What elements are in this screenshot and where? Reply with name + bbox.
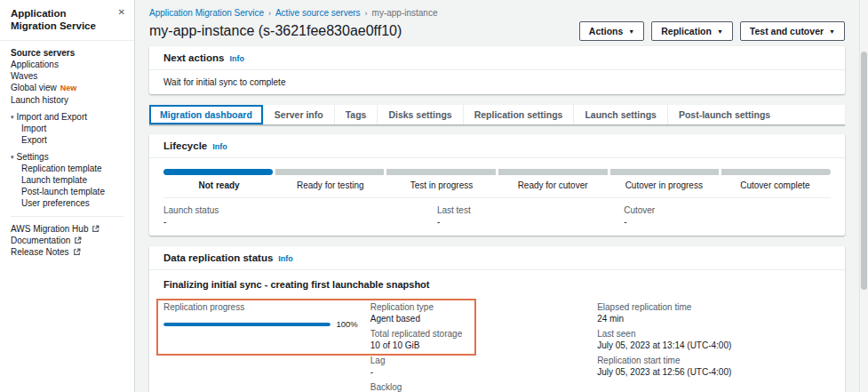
sidebar-item-import[interactable]: Import	[0, 123, 134, 134]
lifecycle-fields: Launch status - Last test - Cutover -	[163, 197, 831, 227]
replication-progress-bar: 100%	[163, 319, 370, 329]
external-link-icon	[73, 248, 81, 256]
external-link-icon	[74, 236, 82, 244]
tab-replication-settings[interactable]: Replication settings	[464, 105, 575, 124]
card-title: Next actions	[163, 52, 224, 63]
data-replication-card: Data replication status Info Finalizing …	[149, 246, 845, 392]
sidebar-item-post-launch-template[interactable]: Post-launch template	[0, 186, 134, 197]
sidebar-section-settings[interactable]: ▾Settings	[0, 151, 134, 163]
progress-track	[163, 323, 330, 326]
actions-button[interactable]: Actions▼	[579, 21, 644, 41]
stage-label: Cutover in progress	[609, 179, 720, 190]
sidebar-item-replication-template[interactable]: Replication template	[0, 163, 134, 174]
main-content: Application Migration Service › Active s…	[135, 0, 868, 392]
sidebar-link-release-notes[interactable]: Release Notes	[0, 246, 134, 258]
lifecycle-header: Lifecycle Info	[149, 134, 845, 158]
data-replication-header: Data replication status Info	[149, 246, 845, 270]
lifecycle-segment-ready-for-testing	[275, 169, 385, 175]
lifecycle-segment-cutover-complete	[721, 169, 831, 175]
section-label: Settings	[17, 152, 49, 162]
sidebar-title: Application Migration Service	[11, 7, 107, 33]
field-value: -	[624, 217, 831, 227]
section-expanded-icon: ▾	[11, 111, 14, 123]
tab-launch-settings[interactable]: Launch settings	[574, 105, 668, 124]
link-label: Release Notes	[11, 246, 69, 258]
sidebar-divider	[11, 216, 123, 217]
lifecycle-segment-cutover-in-progress	[610, 169, 720, 175]
next-action-text: Wait for initial sync to complete	[163, 77, 285, 87]
field-label: Backlog	[370, 382, 597, 392]
close-icon[interactable]: ✕	[118, 7, 125, 18]
field-label: Cutover	[624, 205, 831, 215]
external-link-icon	[92, 225, 100, 233]
new-badge: New	[60, 84, 77, 92]
replication-button[interactable]: Replication▼	[651, 21, 733, 41]
link-label: Documentation	[11, 235, 70, 246]
tab-migration-dashboard[interactable]: Migration dashboard	[149, 105, 264, 124]
tab-server-info[interactable]: Server info	[264, 105, 335, 124]
section-label: Import and Export	[17, 112, 87, 122]
sidebar-item-user-preferences[interactable]: User preferences	[0, 197, 134, 209]
data-replication-grid: Replication progress 100% Replication ty…	[163, 302, 831, 392]
info-link[interactable]: Info	[229, 54, 244, 63]
stage-label: Ready for cutover	[498, 179, 609, 190]
sidebar-item-launch-history[interactable]: Launch history	[0, 94, 134, 106]
lifecycle-card: Lifecycle Info Not ready Ready for testi…	[149, 134, 845, 236]
replication-status-heading: Finalizing initial sync - creating first…	[163, 279, 831, 290]
lifecycle-segment-ready-for-cutover	[498, 169, 608, 175]
sidebar-item-waves[interactable]: Waves	[0, 70, 134, 82]
field-last-seen: Last seen July 05, 2023 at 13:14 (UTC-4:…	[597, 329, 831, 350]
breadcrumb-link-active-source-servers[interactable]: Active source servers	[275, 8, 361, 18]
lifecycle-segment-test-in-progress	[386, 169, 496, 175]
lifecycle-body: Not ready Ready for testing Test in prog…	[149, 158, 845, 236]
caret-down-icon: ▼	[628, 28, 634, 35]
breadcrumb-separator-icon: ›	[268, 9, 271, 18]
scrollbar-thumb[interactable]	[861, 52, 867, 290]
button-label: Test and cutover	[750, 26, 824, 36]
field-label: Last seen	[597, 329, 831, 339]
breadcrumb-separator-icon: ›	[365, 9, 368, 18]
tab-post-launch-settings[interactable]: Post-launch settings	[668, 105, 781, 124]
breadcrumb-link-service[interactable]: Application Migration Service	[149, 8, 264, 18]
next-actions-card: Next actions Info Wait for initial sync …	[149, 46, 845, 94]
button-label: Actions	[589, 26, 624, 36]
info-link[interactable]: Info	[278, 254, 293, 263]
sidebar-item-applications[interactable]: Applications	[0, 59, 134, 70]
app-window: Application Migration Service ✕ Source s…	[0, 0, 868, 392]
sidebar-item-source-servers[interactable]: Source servers	[0, 47, 134, 59]
sidebar-link-documentation[interactable]: Documentation	[0, 235, 134, 246]
field-label: Elapsed replication time	[597, 302, 831, 312]
field-label: Replication start time	[597, 356, 831, 365]
field-label: Total replicated storage	[370, 329, 597, 339]
field-label: Replication progress	[163, 302, 370, 312]
header-buttons: Actions▼ Replication▼ Test and cutover▼	[579, 21, 845, 41]
next-actions-body: Wait for initial sync to complete	[149, 70, 845, 94]
lifecycle-segment-not-ready	[163, 169, 273, 175]
vertical-scrollbar	[859, 0, 868, 392]
sidebar-section-import-and-export[interactable]: ▾Import and Export	[0, 111, 134, 123]
sidebar-item-launch-template[interactable]: Launch template	[0, 174, 134, 186]
lifecycle-stage-labels: Not ready Ready for testing Test in prog…	[163, 179, 831, 190]
field-value: 10 of 10 GiB	[370, 340, 597, 350]
replication-timing-column: Elapsed replication time 24 min Last see…	[597, 302, 831, 392]
sidebar-link-aws-migration-hub[interactable]: AWS Migration Hub	[0, 223, 134, 235]
data-replication-body: Finalizing initial sync - creating first…	[149, 270, 845, 392]
tab-tags[interactable]: Tags	[335, 105, 378, 124]
field-last-test: Last test -	[437, 205, 624, 227]
field-value: 24 min	[597, 314, 831, 324]
field-value: Agent based	[370, 314, 597, 324]
test-and-cutover-button[interactable]: Test and cutover▼	[740, 21, 845, 41]
sidebar-item-global-view[interactable]: Global viewNew	[0, 82, 134, 94]
next-actions-header: Next actions Info	[149, 46, 845, 70]
tab-disks-settings[interactable]: Disks settings	[378, 105, 463, 124]
sidebar-header: Application Migration Service ✕	[0, 0, 134, 41]
info-link[interactable]: Info	[212, 142, 227, 151]
caret-down-icon: ▼	[829, 28, 835, 35]
stage-label: Test in progress	[386, 179, 497, 190]
field-backlog: Backlog -	[370, 382, 597, 392]
field-value: -	[370, 367, 597, 377]
progress-percent-label: 100%	[336, 319, 357, 329]
caret-down-icon: ▼	[717, 28, 723, 35]
card-title: Lifecycle	[163, 140, 207, 151]
sidebar-item-export[interactable]: Export	[0, 134, 134, 146]
